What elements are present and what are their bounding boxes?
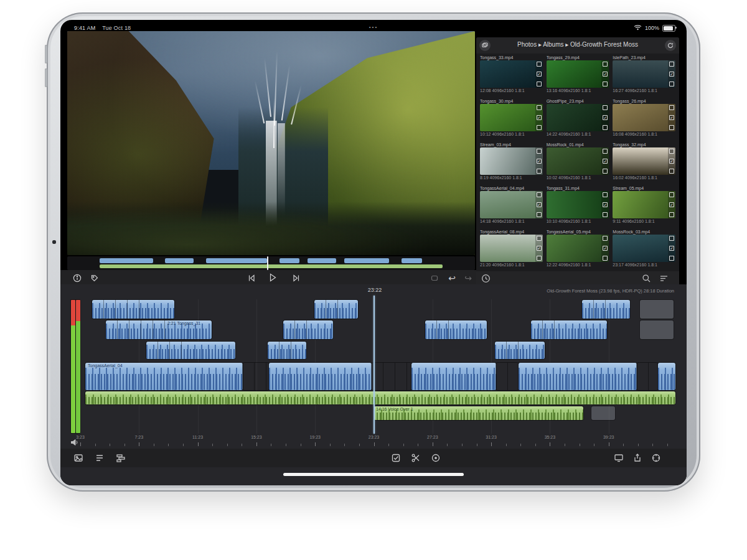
add-to-timeline-icon[interactable] (603, 62, 608, 67)
add-to-timeline-icon[interactable] (537, 62, 542, 67)
insert-icon[interactable] (603, 125, 608, 130)
skip-forward-icon[interactable] (291, 273, 302, 284)
timeline-clip[interactable] (582, 300, 630, 319)
add-to-timeline-icon[interactable] (603, 105, 608, 110)
insert-icon[interactable] (669, 256, 674, 261)
media-item[interactable]: Tongass_33.mp4✓12:08 4096x2160 1.8:1 (480, 55, 543, 96)
overview-timeline[interactable] (67, 256, 475, 270)
info-icon[interactable] (72, 273, 83, 284)
insert-icon[interactable] (603, 169, 608, 174)
timeline-clip-dimmed[interactable] (591, 406, 615, 420)
add-to-timeline-icon[interactable] (669, 236, 674, 241)
undo-icon[interactable]: ↩ (446, 273, 458, 284)
timeline-clip[interactable] (92, 300, 174, 319)
add-to-timeline-icon[interactable] (537, 149, 542, 154)
add-to-timeline-icon[interactable] (537, 192, 542, 197)
multitasking-dots-icon[interactable]: ••• (60, 24, 687, 30)
add-to-timeline-icon[interactable] (537, 236, 542, 241)
media-item-thumbnail[interactable]: ✓ (547, 147, 609, 175)
add-to-timeline-icon[interactable] (603, 149, 608, 154)
loop-icon[interactable] (429, 273, 440, 284)
add-to-timeline-icon[interactable] (669, 105, 674, 110)
media-item[interactable]: TongassAerial_04.mp4✓14:18 4096x2160 1.8… (480, 185, 543, 226)
home-indicator[interactable] (283, 473, 464, 476)
timeline-clip[interactable] (637, 363, 658, 390)
insert-icon[interactable] (669, 169, 674, 174)
timeline-clip-dimmed[interactable] (640, 320, 674, 339)
insert-icon[interactable] (603, 212, 608, 217)
refresh-icon[interactable] (665, 40, 676, 51)
timeline-clip[interactable]: 14:16 Voice Over 1 (374, 406, 583, 420)
insert-icon[interactable] (537, 212, 542, 217)
media-item[interactable]: Tongass_32.mp4✓16:02 4096x2160 1.8:1 (613, 142, 675, 183)
media-item[interactable]: IslePath_23.mp4✓16:27 4096x2160 1.8:1 (613, 55, 675, 96)
redo-icon[interactable]: ↪ (463, 273, 474, 284)
timeline-clip[interactable] (495, 342, 545, 359)
video-preview[interactable] (67, 31, 475, 255)
media-item[interactable]: MossRock_03.mp4✓23:17 4096x2160 1.8:1 (613, 229, 675, 270)
list-icon[interactable] (94, 452, 105, 464)
media-item[interactable]: Tongass_31.mp4✓10:10 4096x2160 1.8:1 (547, 185, 609, 226)
media-item-thumbnail[interactable]: ✓ (480, 235, 543, 262)
media-item[interactable]: Tongass_29.mp4✓13:16 4096x2160 1.8:1 (547, 55, 609, 96)
timeline-clip[interactable] (411, 363, 496, 390)
media-item-thumbnail[interactable]: ✓ (613, 235, 675, 262)
add-to-timeline-icon[interactable] (603, 192, 608, 197)
media-item[interactable]: GhostPipe_23.mp4✓14:22 4096x2160 1.8:1 (547, 98, 609, 139)
media-item-thumbnail[interactable]: ✓ (480, 60, 543, 88)
insert-icon[interactable] (669, 212, 674, 217)
insert-icon[interactable] (537, 256, 542, 261)
media-item[interactable]: TongassAerial_05.mp4✓12:22 4096x2160 1.8… (547, 229, 609, 270)
media-item-thumbnail[interactable]: ✓ (547, 104, 609, 131)
add-to-timeline-icon[interactable] (669, 192, 674, 197)
share-icon[interactable] (632, 452, 643, 464)
skip-back-icon[interactable] (246, 273, 257, 284)
sort-icon[interactable] (659, 274, 669, 284)
tracks-icon[interactable] (115, 452, 126, 464)
timeline-clip[interactable] (658, 363, 675, 390)
media-breadcrumb[interactable]: Photos ▸ Albums ▸ Old-Growth Forest Moss (491, 41, 664, 48)
recent-icon[interactable] (481, 274, 491, 284)
timeline-clip[interactable]: TongassAerial_04 (85, 363, 243, 390)
timeline-clip[interactable] (314, 300, 358, 319)
timeline-clip[interactable] (531, 320, 607, 339)
timeline-clip[interactable] (243, 363, 269, 390)
timeline-clip[interactable] (85, 391, 675, 404)
library-icon[interactable] (73, 452, 84, 464)
add-to-timeline-icon[interactable] (669, 149, 674, 154)
insert-icon[interactable] (603, 82, 608, 86)
media-item-thumbnail[interactable]: ✓ (547, 235, 609, 262)
timeline-clip[interactable] (496, 363, 519, 390)
source-icon[interactable] (479, 40, 491, 51)
timeline-clip[interactable] (146, 342, 235, 359)
marker-icon[interactable] (89, 273, 100, 284)
timeline-clip[interactable] (283, 320, 333, 339)
media-item[interactable]: Stream_05.mp4✓9:11 4096x2160 1.8:1 (613, 185, 675, 226)
timeline-clip[interactable] (269, 363, 372, 390)
add-to-timeline-icon[interactable] (537, 105, 542, 110)
media-item-thumbnail[interactable]: ✓ (613, 191, 675, 218)
overview-playhead[interactable] (267, 256, 268, 270)
insert-icon[interactable] (537, 82, 542, 86)
select-icon[interactable] (390, 452, 402, 464)
add-to-timeline-icon[interactable] (669, 62, 674, 67)
media-item-thumbnail[interactable]: ✓ (480, 104, 543, 131)
media-item-thumbnail[interactable]: ✓ (480, 147, 543, 175)
media-item-thumbnail[interactable]: ✓ (613, 147, 675, 175)
media-item-thumbnail[interactable]: ✓ (480, 191, 543, 218)
play-button[interactable] (267, 272, 278, 283)
media-item-thumbnail[interactable]: ✓ (613, 104, 675, 131)
insert-icon[interactable] (669, 125, 674, 130)
monitor-icon[interactable] (613, 452, 624, 464)
media-item-thumbnail[interactable]: ✓ (613, 60, 675, 88)
timeline-clip[interactable]: 2:21 Tongass_31 (106, 320, 212, 339)
scissors-icon[interactable] (410, 452, 421, 464)
insert-icon[interactable] (537, 169, 542, 174)
media-item[interactable]: TongassAerial_08.mp4✓21:20 4096x2160 1.8… (480, 229, 543, 270)
media-item[interactable]: Stream_03.mp4✓8:19 4096x2160 1.8:1 (480, 142, 543, 183)
timeline-clip[interactable] (372, 363, 411, 390)
media-item[interactable]: MossRock_01.mp4✓10:02 4096x2160 1.8:1 (547, 142, 609, 183)
search-icon[interactable] (642, 274, 652, 284)
target-icon[interactable] (430, 452, 441, 464)
timeline-clip[interactable] (425, 320, 487, 339)
